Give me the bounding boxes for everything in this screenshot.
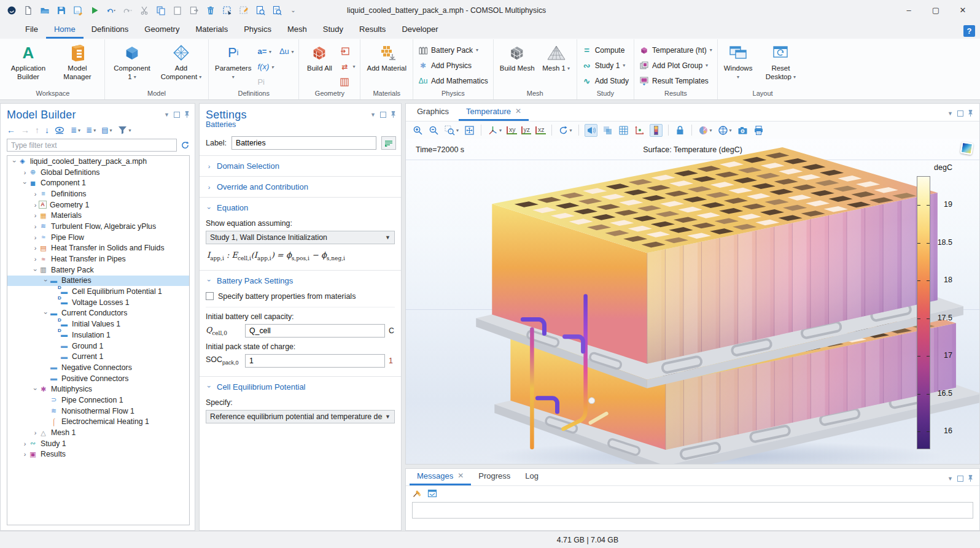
specify-dropdown[interactable]: Reference equilibrium potential and temp… (206, 410, 395, 423)
tree-item[interactable]: ⊃Pipe Connection 1 (7, 395, 189, 406)
undo-icon[interactable] (106, 5, 116, 15)
tree-item[interactable]: ▬DInitial Values 1 (7, 318, 189, 330)
print-icon[interactable] (753, 125, 764, 136)
tree-item[interactable]: ▬Ground 1 (7, 341, 189, 352)
tree-item[interactable]: ›▤Heat Transfer in Solids and Fluids (7, 243, 189, 254)
minimize-button[interactable]: – (895, 0, 922, 20)
temperature-ht-button[interactable]: Temperature (ht) ▾ (637, 43, 714, 57)
tree-expander[interactable]: › (21, 440, 28, 447)
expand-all-icon[interactable]: ≣▾ (86, 126, 96, 134)
tree-item[interactable]: ›▥Battery Pack (7, 264, 189, 276)
panel-pin-icon[interactable] (184, 110, 190, 118)
tree-item[interactable]: ≋Nonisothermal Flow 1 (7, 406, 189, 417)
new-file-icon[interactable] (23, 5, 33, 15)
tree-item[interactable]: ›∾Study 1 (7, 438, 189, 449)
virtual-operations-icon[interactable] (340, 78, 349, 87)
go-back-icon[interactable]: ← (7, 125, 15, 135)
panel-menu-icon[interactable]: ▼ (164, 112, 169, 118)
tree-item[interactable]: ›▣Results (7, 449, 189, 460)
zoom-out-icon[interactable] (428, 125, 440, 136)
tree-item[interactable]: ›▬Batteries (7, 276, 189, 287)
log-tab[interactable]: Log (518, 468, 546, 485)
tree-item[interactable]: ›≋Turbulent Flow, Algebraic yPlus (7, 221, 189, 232)
filter-icon[interactable] (118, 126, 127, 134)
tree-expander[interactable]: › (32, 255, 39, 263)
lock-icon[interactable] (674, 125, 686, 136)
tree-expander[interactable]: › (42, 310, 50, 317)
build-all-button[interactable]: Build All (302, 41, 336, 73)
menu-item-materials[interactable]: Materials (187, 22, 236, 39)
tree-item[interactable]: ›✱Multiphysics (7, 384, 189, 395)
tree-item[interactable]: ›△Mesh 1 (7, 427, 189, 438)
menu-item-physics[interactable]: Physics (236, 22, 279, 39)
delete-icon[interactable] (205, 5, 216, 15)
menu-item-definitions[interactable]: Definitions (84, 22, 137, 39)
graphics-canvas[interactable]: Time=72000 s Surface: Temperature (degC)… (406, 139, 979, 464)
duplicate-icon[interactable] (189, 5, 199, 15)
search-icon[interactable] (271, 5, 282, 15)
tree-item[interactable]: ▬DInsulation 1 (7, 330, 189, 341)
panel-float-icon[interactable] (957, 110, 963, 117)
select-box-icon[interactable] (222, 5, 232, 15)
panel-pin-icon[interactable] (968, 109, 973, 117)
update-solution-button[interactable]: Δu ▾ (279, 47, 294, 56)
temperature-tab[interactable]: Temperature✕ (459, 104, 529, 121)
panel-menu-icon[interactable]: ▼ (947, 110, 953, 117)
tree-expander[interactable]: › (32, 190, 39, 198)
collapse-all-icon[interactable]: ≣▾ (71, 126, 80, 134)
grid-icon[interactable] (618, 125, 629, 136)
menu-item-home[interactable]: Home (46, 22, 84, 39)
study-1-button[interactable]: ∾Study 1 ▾ (580, 58, 631, 72)
add-mathematics-button[interactable]: ΔuAdd Mathematics (416, 74, 490, 88)
add-component-button[interactable]: Add Component ▾ (157, 41, 205, 81)
clear-selection-icon[interactable] (238, 5, 249, 15)
tree-expander[interactable]: › (21, 450, 28, 458)
variables-button[interactable]: a= ▾ (257, 47, 271, 56)
windows-button[interactable]: Windows▾ (721, 41, 756, 81)
menu-item-study[interactable]: Study (315, 22, 351, 39)
transparency-icon[interactable] (602, 125, 613, 136)
camera-icon[interactable] (737, 125, 749, 136)
close-tab-icon[interactable]: ✕ (515, 104, 521, 119)
cut-icon[interactable] (139, 5, 149, 15)
panel-float-icon[interactable] (380, 112, 386, 118)
tree-item[interactable]: ▬Current 1 (7, 351, 189, 362)
section-override-contribution[interactable]: ›Override and Contribution (200, 177, 401, 198)
add-physics-button[interactable]: ✱Add Physics (416, 58, 490, 72)
tree-item[interactable]: ▬DCell Equilibrium Potential 1 (7, 286, 189, 297)
save-as-icon[interactable] (72, 5, 83, 15)
panel-menu-icon[interactable]: ▼ (370, 112, 376, 118)
maximize-button[interactable]: ▢ (922, 0, 949, 20)
tree-expander[interactable]: › (11, 158, 18, 164)
tree-item[interactable]: ›≡Definitions (7, 188, 189, 199)
rebuild-geometry-icon[interactable]: ⇄ (340, 63, 349, 71)
component-1-button[interactable]: Component 1 ▾ (108, 41, 156, 81)
import-geometry-icon[interactable] (340, 47, 349, 56)
run-icon[interactable] (89, 5, 99, 15)
tree-item[interactable]: ›AGeometry 1 (7, 199, 189, 210)
checkbox[interactable] (206, 292, 214, 300)
panel-float-icon[interactable] (174, 112, 180, 118)
result-templates-button[interactable]: Result Templates (637, 74, 714, 88)
zoom-box-icon[interactable]: ▾ (444, 125, 459, 136)
tree-item[interactable]: ›◼Component 1 (7, 177, 189, 188)
specify-from-materials-checkbox-row[interactable]: Specify battery properties from material… (206, 291, 395, 307)
parameter-case-button[interactable]: Pi (257, 77, 265, 87)
environment-icon[interactable]: ▾ (717, 125, 733, 136)
application-builder-button[interactable]: A Application Builder (4, 41, 52, 81)
tree-expander[interactable]: › (32, 201, 39, 209)
tree-item[interactable]: ›▦Materials (7, 210, 189, 221)
menu-item-geometry[interactable]: Geometry (136, 22, 187, 39)
progress-tab[interactable]: Progress (471, 468, 518, 485)
view-xz-icon[interactable]: xz (535, 126, 546, 134)
tree-item[interactable]: ›≈Heat Transfer in Pipes (7, 253, 189, 264)
model-tree-nodes-icon[interactable]: ▤▾ (101, 126, 112, 134)
capacity-input[interactable] (245, 324, 385, 338)
label-input[interactable] (231, 136, 376, 150)
color-legend-icon[interactable] (650, 124, 663, 137)
close-tab-icon[interactable]: ✕ (457, 468, 464, 484)
menu-item-file[interactable]: File (17, 22, 46, 39)
menu-item-mesh[interactable]: Mesh (279, 22, 315, 39)
close-button[interactable]: ✕ (949, 0, 976, 20)
axes-icon[interactable] (634, 125, 645, 136)
